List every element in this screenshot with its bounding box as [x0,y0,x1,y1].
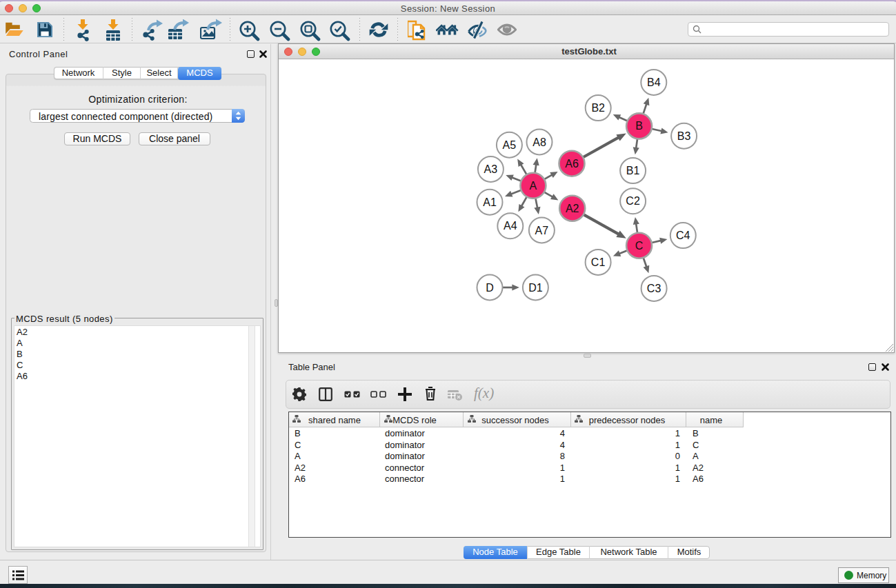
svg-text:D: D [486,282,494,294]
svg-text:D1: D1 [528,282,543,294]
svg-text:A4: A4 [504,220,517,232]
svg-text:C1: C1 [591,256,606,268]
svg-text:B: B [635,120,643,132]
svg-text:A: A [530,180,537,192]
svg-text:C4: C4 [676,230,690,241]
svg-text:A1: A1 [483,196,497,208]
svg-text:A8: A8 [532,136,546,148]
svg-text:A3: A3 [484,163,498,175]
svg-text:A7: A7 [535,225,549,236]
svg-text:B1: B1 [626,165,640,176]
svg-text:A2: A2 [566,203,579,214]
svg-text:B3: B3 [677,130,691,142]
svg-text:B4: B4 [647,77,661,88]
svg-text:A6: A6 [565,158,579,170]
svg-text:B2: B2 [591,102,605,114]
svg-text:A5: A5 [503,139,517,151]
svg-text:C3: C3 [647,283,661,294]
svg-text:C: C [635,240,644,252]
svg-text:C2: C2 [626,195,640,207]
